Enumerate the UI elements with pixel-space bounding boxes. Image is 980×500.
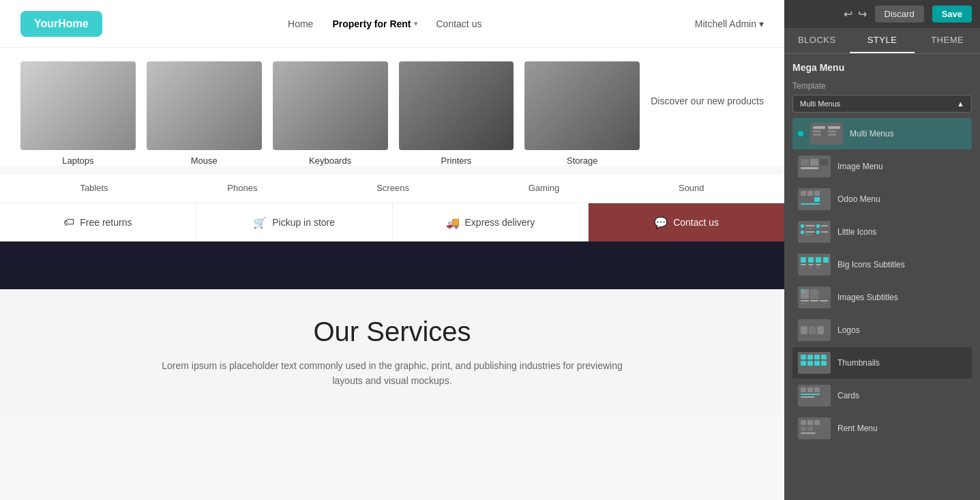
product-img-keyboards	[273, 61, 388, 150]
feature-pickup[interactable]: 🛒 Pickup in store	[196, 203, 393, 241]
svg-rect-24	[821, 225, 828, 226]
nav-links: Home Property for Rent ▾ Contact us	[288, 18, 481, 29]
product-keyboards[interactable]: Keyboards	[273, 61, 388, 166]
svg-rect-26	[821, 231, 828, 233]
svg-rect-15	[814, 197, 820, 202]
logo-button[interactable]: YourHome	[20, 11, 102, 37]
svg-rect-65	[801, 426, 806, 431]
menu-thumb-multi-menus	[810, 123, 843, 145]
menu-label-odoo-menu: Odoo Menu	[837, 194, 880, 204]
dropdown-caret: ▾	[414, 20, 417, 27]
category-phones[interactable]: Phones	[227, 183, 257, 193]
svg-rect-59	[814, 387, 820, 392]
discard-button[interactable]: Discard	[875, 5, 924, 23]
svg-rect-30	[808, 257, 814, 263]
tab-theme[interactable]: THEME	[915, 28, 980, 53]
panel-topbar-icons: ↩ ↪	[844, 8, 867, 20]
save-button[interactable]: Save	[932, 5, 972, 23]
category-gaming[interactable]: Gaming	[529, 183, 560, 193]
svg-rect-47	[817, 326, 824, 334]
svg-rect-55	[814, 361, 820, 366]
product-printers[interactable]: Printers	[399, 61, 514, 166]
menu-item-multi-menus[interactable]: Multi Menus	[792, 118, 972, 149]
svg-rect-62	[801, 420, 806, 425]
feature-free-returns[interactable]: 🏷 Free returns	[0, 203, 196, 241]
category-screens[interactable]: Screens	[376, 183, 409, 193]
menu-item-cards[interactable]: Cards	[792, 380, 972, 411]
svg-rect-6	[801, 159, 809, 166]
menu-thumb-big-icons	[798, 254, 831, 276]
menu-label-image-menu: Image Menu	[837, 162, 883, 171]
product-label-laptops: Laptops	[62, 156, 93, 166]
svg-rect-10	[801, 191, 806, 196]
express-label: Express delivery	[465, 217, 535, 228]
product-label-printers: Printers	[441, 156, 472, 166]
menu-thumb-images-subtitles	[798, 286, 831, 308]
svg-rect-42	[820, 289, 828, 299]
svg-rect-2	[813, 134, 821, 136]
pickup-icon: 🛒	[253, 216, 267, 229]
svg-rect-12	[814, 191, 820, 196]
svg-rect-46	[809, 326, 816, 334]
svg-rect-33	[816, 257, 821, 263]
menu-list: Multi Menus Image Menu	[792, 118, 972, 444]
menu-thumb-thumbnails	[798, 352, 831, 374]
discover-text: Discover our new products	[651, 61, 764, 106]
feature-express[interactable]: 🚚 Express delivery	[393, 203, 589, 241]
feature-contact[interactable]: 💬 Contact us	[589, 203, 784, 241]
panel-content: Mega Menu Template Multi Menus ▲	[784, 54, 980, 500]
tab-style[interactable]: STYLE	[850, 28, 915, 53]
menu-item-logos[interactable]: Logos	[792, 314, 972, 346]
nav-property-dropdown[interactable]: Property for Rent ▾	[332, 18, 417, 29]
product-img-mouse	[147, 61, 262, 150]
category-tablets[interactable]: Tablets	[80, 183, 108, 193]
template-label: Template	[792, 81, 972, 91]
svg-rect-64	[814, 420, 820, 425]
svg-rect-22	[805, 234, 812, 235]
menu-item-big-icons[interactable]: Big Icons Subtitles	[792, 249, 972, 280]
svg-rect-17	[801, 224, 804, 228]
menu-item-odoo-menu[interactable]: Odoo Menu	[792, 183, 972, 215]
menu-thumb-logos	[798, 319, 831, 341]
svg-rect-35	[816, 267, 820, 268]
product-mouse[interactable]: Mouse	[147, 61, 262, 166]
menu-item-thumbnails[interactable]: Thumbnails	[792, 347, 972, 379]
nav-contact[interactable]: Contact us	[436, 18, 482, 29]
category-row: Tablets Phones Screens Gaming Sound	[0, 173, 784, 203]
menu-item-rent-menu[interactable]: Rent Menu	[792, 413, 972, 444]
svg-rect-67	[801, 432, 816, 434]
svg-rect-57	[801, 387, 806, 392]
nav-home[interactable]: Home	[288, 18, 313, 29]
svg-rect-49	[801, 355, 806, 359]
menu-thumb-odoo-menu	[798, 188, 831, 210]
services-description: Lorem ipsum is placeholder text commonly…	[153, 358, 631, 389]
menu-item-little-icons[interactable]: Little Icons	[792, 216, 972, 248]
svg-rect-31	[808, 264, 814, 265]
svg-rect-8	[801, 167, 818, 169]
svg-rect-44	[801, 289, 805, 293]
product-storage[interactable]: Storage	[524, 61, 640, 166]
site-header: YourHome Home Property for Rent ▾ Contac…	[0, 0, 784, 48]
admin-menu[interactable]: Mitchell Admin ▾	[695, 18, 764, 29]
menu-label-big-icons: Big Icons Subtitles	[837, 260, 905, 269]
category-sound[interactable]: Sound	[679, 183, 704, 193]
menu-item-image-menu[interactable]: Image Menu	[792, 151, 972, 182]
redo-button[interactable]: ↪	[858, 8, 867, 20]
svg-rect-7	[810, 159, 818, 166]
svg-rect-5	[828, 134, 836, 136]
svg-rect-39	[801, 303, 806, 304]
svg-rect-48	[801, 336, 824, 337]
product-laptops[interactable]: Laptops	[20, 61, 136, 166]
template-value: Multi Menus	[800, 100, 840, 108]
svg-rect-36	[823, 257, 829, 263]
menu-label-cards: Cards	[837, 391, 859, 400]
svg-rect-29	[801, 267, 805, 268]
svg-rect-16	[801, 203, 820, 205]
template-dropdown[interactable]: Multi Menus ▲	[792, 95, 972, 113]
tab-blocks[interactable]: BLOCKS	[784, 28, 850, 53]
menu-item-images-subtitles[interactable]: Images Subtitles	[792, 282, 972, 313]
undo-button[interactable]: ↩	[844, 8, 852, 20]
svg-rect-45	[801, 326, 807, 334]
svg-rect-1	[813, 130, 821, 132]
svg-rect-52	[821, 355, 827, 359]
